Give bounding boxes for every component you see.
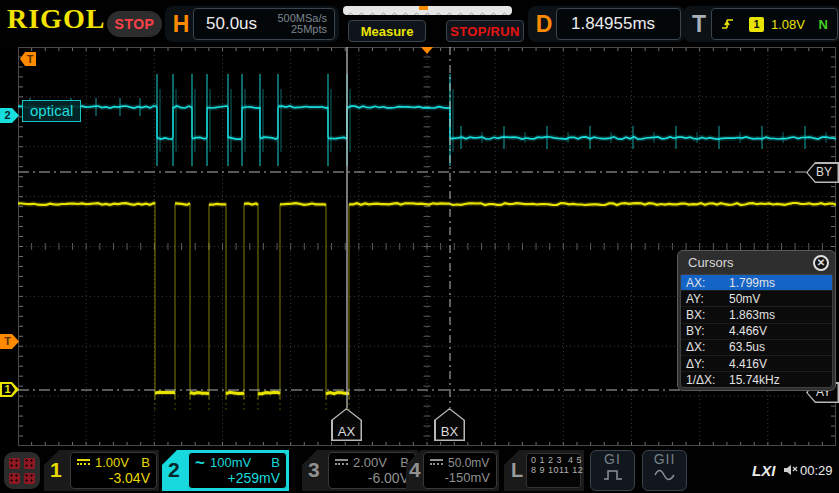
trigger-edge-icon (720, 16, 736, 32)
cursor-row-ax[interactable]: AX:1.799ms (681, 275, 832, 291)
acquisition-info: 500MSa/s 25Mpts (277, 13, 334, 36)
channel1-position-marker[interactable]: 1 (0, 382, 19, 397)
clock: 00:29 (800, 463, 833, 478)
menu-icon[interactable] (4, 452, 40, 489)
square-wave-icon (602, 468, 624, 482)
ac-coupling-icon: ~ (195, 459, 205, 467)
stop-run-button[interactable]: STOP/RUN (446, 20, 524, 42)
bottom-status-bar: 1 1.00VB -3.04V 2 ~100mVB +259mV 3 2.00V… (0, 447, 839, 493)
trigger-group[interactable]: T 1 1.08V N (683, 6, 839, 42)
digital-channels-tab[interactable]: L 0 1 2 3 4 5 6 7 8 9 1011 12131415 (504, 450, 584, 491)
cursor-row-bx[interactable]: BX:1.863ms (681, 307, 832, 323)
sine-wave-icon (653, 468, 677, 482)
dc-coupling-icon (335, 459, 348, 466)
channel2-tab[interactable]: 2 ~100mVB +259mV (162, 450, 289, 491)
channel2-name-label[interactable]: optical (22, 100, 81, 122)
delay-group[interactable]: D 1.84955ms (528, 6, 685, 42)
speaker-muted-icon (783, 463, 799, 477)
delay-label: D (532, 11, 556, 38)
channel2-position-marker[interactable]: 2 (0, 108, 19, 123)
cursors-panel: Cursors ✕ AX:1.799ms AY:50mV BX:1.863ms … (677, 250, 836, 391)
cursor-row-dx[interactable]: ΔX:63.5us (681, 340, 832, 356)
oscilloscope-screen: RIGOL STOP H 50.0us 500MSa/s 25Mpts Meas… (0, 0, 839, 493)
delay-value: 1.84955ms (557, 14, 655, 34)
generator2-button[interactable]: GII (642, 450, 687, 491)
channel1-tab[interactable]: 1 1.00VB -3.04V (44, 450, 159, 491)
generator1-button[interactable]: GI (590, 450, 635, 491)
horizontal-group[interactable]: H 50.0us 500MSa/s 25Mpts (165, 6, 339, 42)
trigger-mode: N (819, 17, 837, 32)
brand-logo: RIGOL (7, 3, 105, 35)
cursor-bx-tag[interactable]: BX (434, 408, 465, 441)
trigger-source-badge: 1 (749, 17, 764, 32)
cursor-row-by[interactable]: BY:4.466V (681, 324, 832, 340)
dc-coupling-icon (77, 459, 90, 466)
horizontal-label: H (169, 11, 193, 38)
channel4-tab[interactable]: 4 50.0mV -150mV (406, 450, 499, 491)
cursor-ax-tag[interactable]: AX (331, 408, 362, 441)
timebase-value: 50.0us (194, 14, 272, 34)
cursor-row-dy[interactable]: ΔY:4.416V (681, 356, 832, 372)
trigger-level-marker[interactable]: T (0, 334, 19, 349)
waveform-position-bar[interactable] (343, 6, 512, 15)
channel3-tab[interactable]: 3 2.00VB -6.00V (302, 450, 418, 491)
close-icon[interactable]: ✕ (813, 255, 829, 271)
cursor-by-tag[interactable]: BY (806, 162, 839, 183)
trigger-position-tick (419, 6, 428, 10)
trigger-level-value: 1.08V (771, 17, 805, 32)
measure-button[interactable]: Measure (348, 20, 426, 42)
zigzag-pattern-icon (343, 11, 512, 15)
run-state-badge[interactable]: STOP (107, 11, 162, 37)
cursor-row-inv-dx[interactable]: 1/ΔX:15.74kHz (681, 372, 832, 388)
dc-coupling-icon (430, 459, 443, 466)
trigger-time-arrow-icon[interactable] (421, 47, 433, 54)
top-status-bar: RIGOL STOP H 50.0us 500MSa/s 25Mpts Meas… (0, 0, 839, 46)
lxi-logo: LXI (752, 462, 775, 479)
cursor-row-ay[interactable]: AY:50mV (681, 291, 832, 307)
trigger-label: T (687, 11, 711, 38)
cursors-panel-title: Cursors (678, 255, 734, 270)
